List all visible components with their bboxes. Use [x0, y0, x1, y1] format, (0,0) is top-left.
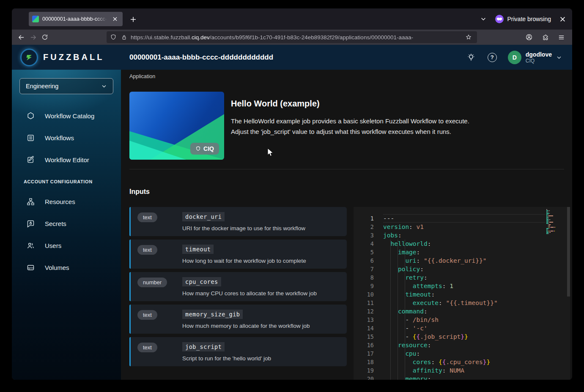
application-title: Hello World (example) — [231, 99, 320, 109]
input-description: Script to run for the 'hello world' job — [182, 355, 271, 362]
editor-scrollbar[interactable] — [567, 207, 570, 297]
code-line: 7 policy: — [354, 265, 570, 273]
secrets-icon — [26, 219, 35, 228]
code-line: 11 execute: "{{.timeout}}" — [354, 299, 570, 307]
input-name: memory_size_gib — [182, 310, 243, 319]
users-icon — [26, 241, 35, 250]
input-type-badge: text — [137, 245, 157, 255]
sidebar-item-users[interactable]: Users — [12, 234, 121, 256]
input-type-badge: text — [137, 310, 157, 320]
user-menu[interactable]: D dgodlove CIQ — [508, 51, 562, 64]
sidebar-item-secrets[interactable]: Secrets — [12, 212, 121, 234]
account-selector-label: Engineering — [26, 83, 58, 90]
browser-tab-bar: 00000001-aaaa-bbbb-cccc-dddddddddddd P — [12, 8, 572, 30]
application-card-image: CIQ — [129, 92, 224, 160]
sidebar-item-label: Workflows — [45, 134, 74, 142]
divider — [129, 169, 564, 169]
input-card-memory_size_gib: textmemory_size_gibHow much memory to al… — [129, 305, 347, 334]
input-name: timeout — [182, 245, 214, 254]
url-bar[interactable]: https://ui.stable.fuzzball.ciq.dev/accou… — [107, 31, 477, 43]
chevron-down-icon — [556, 54, 562, 60]
code-line: 19 affinity: NUMA — [354, 366, 570, 375]
ciq-badge: CIQ — [190, 143, 219, 155]
section-label: ACCOUNT CONFIGURATION — [24, 179, 93, 184]
code-line: 17 cpu: — [354, 349, 570, 358]
sidebar-item-workflow-editor[interactable]: Workflow Editor — [12, 149, 121, 171]
input-type-badge: text — [137, 212, 157, 222]
code-line: 3jobs: — [354, 231, 570, 240]
new-tab-button[interactable] — [128, 14, 139, 25]
volumes-icon — [26, 263, 35, 272]
browser-toolbar: https://ui.stable.fuzzball.ciq.dev/accou… — [12, 30, 572, 45]
sidebar-item-label: Users — [45, 242, 61, 249]
browser-tab[interactable]: 00000001-aaaa-bbbb-cccc-dddddddddddd — [29, 12, 123, 26]
lightbulb-icon[interactable] — [466, 52, 477, 63]
reload-button[interactable] — [39, 31, 51, 43]
account-icon[interactable] — [523, 31, 535, 43]
input-card-timeout: texttimeoutHow long to wait for the work… — [129, 240, 347, 269]
user-org: CIQ — [526, 58, 552, 64]
private-mask-icon — [495, 14, 504, 24]
input-description: URI for the docker image to use for this… — [182, 225, 305, 231]
code-lines: 1---2version: v13jobs:4 helloworld:5 ima… — [354, 214, 570, 380]
sidebar-item-workflows[interactable]: Workflows — [12, 127, 121, 149]
input-description: How much memory to allocate for the work… — [182, 323, 310, 329]
mouse-cursor — [267, 148, 274, 157]
input-card-docker_uri: textdocker_uriURI for the docker image t… — [129, 207, 347, 236]
menu-hamburger-icon[interactable] — [555, 31, 567, 43]
code-line: 9 attempts: 1 — [354, 282, 570, 290]
sidebar-item-label: Workflow Editor — [45, 156, 89, 163]
url-text: https://ui.stable.fuzzball.ciq.dev/accou… — [131, 34, 463, 41]
window-close-button[interactable] — [557, 14, 568, 24]
account-config-nav: ResourcesSecretsUsersVolumes — [12, 191, 121, 278]
code-line: 8 retry: — [354, 273, 570, 282]
avatar: D — [508, 51, 521, 64]
input-type-badge: number — [137, 278, 167, 287]
breadcrumb: Application — [129, 74, 155, 79]
fuzzball-favicon-icon — [32, 16, 39, 22]
sidebar-item-label: Secrets — [45, 220, 66, 227]
brand-name: FUZZBALL — [43, 52, 104, 62]
code-line: 5 image: — [354, 248, 570, 256]
code-line: 10 timeout: — [354, 290, 570, 299]
input-name: cpu_cores — [182, 277, 221, 286]
forward-button[interactable] — [27, 31, 39, 43]
sidebar-item-workflow-catalog[interactable]: Workflow Catalog — [12, 105, 121, 127]
help-icon[interactable]: ? — [488, 53, 497, 62]
inputs-list: textdocker_uriURI for the docker image t… — [129, 207, 347, 370]
list-icon — [26, 133, 35, 142]
editor-minimap[interactable] — [546, 209, 565, 234]
brand-area: FUZZBALL — [12, 45, 121, 70]
extensions-puzzle-icon[interactable] — [539, 31, 551, 43]
tracking-shield-icon[interactable] — [110, 34, 117, 41]
lock-icon[interactable] — [121, 34, 127, 41]
code-line: 12 command: — [354, 307, 570, 316]
app-header: 00000001-aaaa-bbbb-cccc-dddddddddddd ? D… — [121, 45, 572, 70]
account-selector[interactable]: Engineering — [19, 78, 113, 94]
code-line: 13 - /bin/sh — [354, 316, 570, 324]
browser-window: 00000001-aaaa-bbbb-cccc-dddddddddddd P — [12, 8, 572, 380]
url-path: /accounts/b95f6f1b-1c70-491f-b83c-24eb89… — [210, 34, 413, 41]
edit-icon — [26, 155, 35, 164]
hexagon-icon — [26, 112, 35, 120]
yaml-code-editor[interactable]: 1---2version: v13jobs:4 helloworld:5 ima… — [354, 207, 570, 380]
bookmark-star-icon[interactable] — [463, 32, 474, 42]
code-line: 2version: v1 — [354, 223, 570, 231]
tab-list-chevron-icon[interactable] — [478, 14, 489, 24]
sidebar-item-resources[interactable]: Resources — [12, 191, 121, 212]
chevron-down-icon — [101, 83, 107, 89]
page-title: 00000001-aaaa-bbbb-cccc-dddddddddddd — [129, 53, 466, 62]
sidebar-item-label: Volumes — [45, 264, 69, 271]
code-line: 20 memory: — [354, 375, 570, 380]
input-name: docker_uri — [182, 212, 225, 221]
code-line: 16 resource: — [354, 341, 570, 349]
back-button[interactable] — [15, 31, 27, 43]
code-line: 18 cores: {{.cpu_cores}} — [354, 358, 570, 366]
fuzzball-app: FUZZBALL Engineering Workflow CatalogWor… — [12, 45, 572, 380]
private-browsing-badge: Private browsing — [495, 14, 551, 24]
input-type-badge: text — [137, 343, 157, 352]
input-description: How long to wait for the workflow job to… — [182, 258, 306, 264]
input-card-job_script: textjob_scriptScript to run for the 'hel… — [129, 337, 347, 366]
sidebar-item-volumes[interactable]: Volumes — [12, 256, 121, 278]
tab-close-icon[interactable] — [111, 15, 119, 23]
